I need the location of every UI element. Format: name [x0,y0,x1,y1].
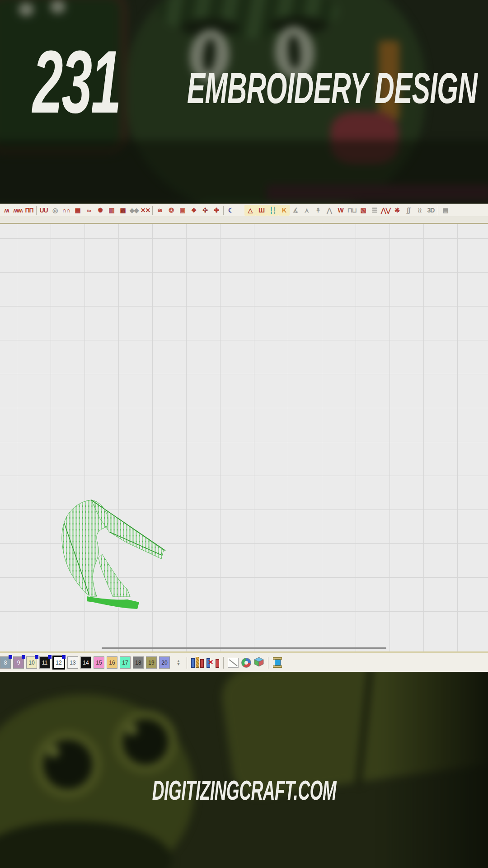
toolbar-icon-glyph: ∡ [293,207,298,214]
toolbar-button[interactable] [236,205,244,216]
toolbar-button[interactable]: ⊓⊔ [346,205,357,216]
toolbar-button[interactable]: ▧ [357,205,369,216]
thread-color-swatch[interactable]: 20 [159,656,170,669]
toolbar-button[interactable]: ✕✕ [140,205,151,216]
toolbar-button[interactable]: UU [38,205,49,216]
remove-x-glyph: ✕ [208,658,214,666]
toolbar-button[interactable]: ▩ [117,205,128,216]
thread-color-swatch[interactable]: 13 [67,656,78,669]
toolbar-icon-glyph: W [338,207,343,214]
toolbar-icon-glyph: ⋏ [305,207,309,214]
toolbar-icon-glyph: ≋ [157,207,162,214]
toolbar-button[interactable]: K [278,205,290,216]
toolbar-button[interactable]: ❂ [165,205,177,216]
toolbar-button[interactable]: ☾ [225,205,236,216]
toolbar-icon-glyph: ▦ [75,207,80,214]
line-tool-icon[interactable] [228,658,239,668]
toolbar-button[interactable]: ⋀⋁ [380,205,391,216]
toolbar-button[interactable]: ◆◆ [128,205,140,216]
toolbar-button[interactable]: ┆┆ [267,205,278,216]
toolbar-button[interactable]: ∩∩ [61,205,72,216]
toolbar-button[interactable]: ⋏ [301,205,312,216]
swatch-used-marker [22,655,25,659]
toolbar-icon-glyph: ∞ [87,207,91,214]
toolbar-button[interactable]: W [335,205,346,216]
swatch-number: 13 [70,660,75,666]
horizontal-scrollbar[interactable] [102,647,386,649]
toolbar-icon-glyph: ▩ [120,207,125,214]
thread-color-swatch[interactable]: 10 [26,656,37,669]
thread-color-swatch[interactable]: 15 [94,656,104,669]
toolbar-icon-glyph: ◆◆ [130,207,139,214]
toolbar-button[interactable]: ▤ [440,205,451,216]
thread-color-swatch[interactable]: 16 [107,656,117,669]
toolbar-icon-glyph: ⊓⊔ [347,207,357,214]
color-wheel-icon[interactable] [241,658,251,668]
toolbar-icon-glyph: K [282,207,286,214]
thread-color-swatch[interactable]: 18 [133,656,144,669]
thread-chart-icon[interactable] [191,658,204,668]
thread-spool-icon[interactable] [272,657,282,668]
toolbar-button[interactable]: ▥ [106,205,117,216]
thread-color-swatch[interactable]: 14 [80,656,91,669]
toolbar-icon-glyph: ↟ [315,207,320,214]
toolbar-button[interactable]: ↟ [312,205,324,216]
thread-color-swatch[interactable]: 9 [13,656,24,669]
toolbar-button[interactable]: ◎ [49,205,61,216]
toolbar-button[interactable]: ≀≀ [414,205,425,216]
toolbar-button[interactable]: ▣ [177,205,188,216]
toolbar-button[interactable] [152,206,153,215]
view-3d-cube-icon[interactable] [254,657,264,669]
toolbar-button[interactable]: ʍʍ [12,205,23,216]
toolbar-button[interactable]: ✺ [94,205,106,216]
swatch-number: 17 [122,660,128,666]
toolbar-icon-glyph: ☾ [228,207,234,214]
stitch-toolbar: ʍ ʍʍ ΠΠ UU ◎ ∩∩ ▦ ∞ ✺ [0,203,488,216]
thread-color-swatch[interactable]: 11 [39,656,50,669]
toolbar-button[interactable]: ∞ [83,205,94,216]
toolbar-icon-glyph: ◎ [52,207,57,214]
toolbar-button[interactable]: ΠΠ [23,205,35,216]
toolbar-icon-glyph: ☰ [372,207,377,214]
design-canvas[interactable] [0,224,488,651]
embroidery-design-object[interactable] [59,497,167,610]
toolbar-button[interactable]: ▦ [72,205,83,216]
toolbar-icon-glyph: ❖ [191,207,197,214]
thread-color-swatch[interactable]: 8 [0,656,11,669]
toolbar-button[interactable]: Ш [256,205,267,216]
toolbar-button[interactable]: ∡ [290,205,301,216]
toolbar-button[interactable]: ✣ [199,205,211,216]
toolbar-button[interactable]: △ [244,205,256,216]
toolbar-button[interactable]: ≋ [154,205,165,216]
thread-color-swatch[interactable]: 17 [120,656,131,669]
toolbar-button[interactable]: ❋ [391,205,403,216]
toolbar-button[interactable]: 3D [425,205,436,216]
swatch-number: 19 [148,660,154,666]
toolbar-button[interactable]: ☰ [369,205,380,216]
toolbar-icon-glyph: ▧ [360,207,366,214]
toolbar-button[interactable] [36,206,37,215]
toolbar-button[interactable]: ⋀ [324,205,335,216]
thread-color-swatch[interactable]: 12 [52,656,65,670]
thread-remove-icon[interactable]: ✕ [206,658,219,668]
palette-scroll-spinner[interactable]: ▲ ▼ [175,660,182,666]
thread-color-swatch[interactable]: 19 [146,656,157,669]
hero-top-banner: 231 EMBROIDERY DESIGN [0,0,488,203]
spinner-down-icon[interactable]: ▼ [177,663,181,666]
banner-title: EMBROIDERY DESIGN [187,66,477,110]
dark-overlay [0,672,488,868]
palette-separator [187,657,187,669]
toolbar-icon-glyph: ∩∩ [62,207,70,214]
toolbar-icon-glyph: ✺ [98,207,103,214]
toolbar-icon-glyph: ┆┆ [269,207,276,214]
toolbar-button[interactable]: ✤ [211,205,222,216]
toolbar-button[interactable]: ❖ [188,205,199,216]
toolbar-button[interactable] [223,206,224,215]
toolbar-button[interactable] [438,206,438,215]
toolbar-button[interactable]: ʍ [1,205,12,216]
episode-number: 231 [33,38,120,127]
toolbar-button[interactable]: ʃʃ [403,205,414,216]
swatch-used-marker [48,655,52,659]
toolbar-icon-glyph: ❂ [169,207,174,214]
swatch-number: 15 [96,660,102,666]
